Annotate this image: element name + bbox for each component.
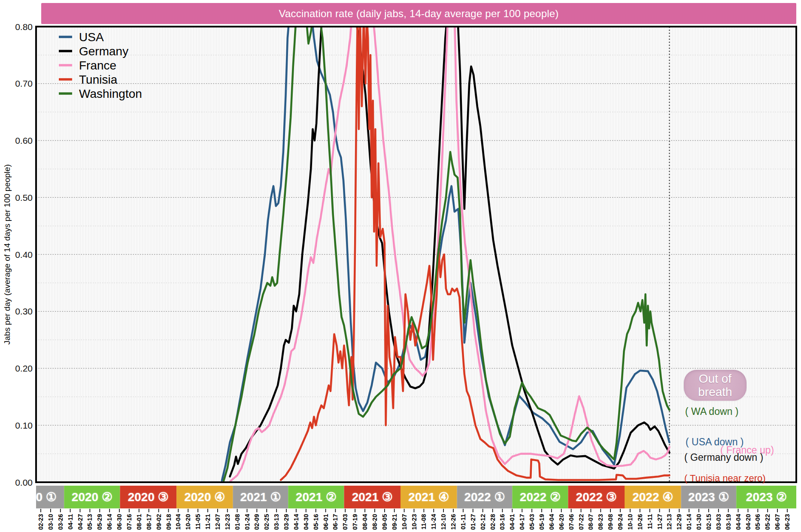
svg-text:03-19: 03-19	[725, 514, 732, 530]
svg-text:07-03: 07-03	[342, 514, 349, 530]
svg-text:02-23: 02-23	[37, 514, 44, 530]
svg-text:04-01: 04-01	[509, 514, 516, 530]
svg-text:08-20: 08-20	[371, 514, 378, 530]
quarter-bands: 2020 ①2020 ②2020 ③2020 ④2021 ①2021 ②2021…	[16, 486, 796, 508]
svg-text:10-20: 10-20	[185, 514, 191, 530]
svg-text:01-08: 01-08	[234, 514, 241, 530]
svg-text:01-11: 01-11	[460, 514, 467, 529]
x-axis-labels: 02-2303-1003-2604-1104-2705-1305-2906-14…	[37, 509, 791, 530]
svg-text:09-21: 09-21	[391, 514, 398, 530]
svg-text:03-16: 03-16	[499, 514, 506, 530]
svg-text:2022 ①: 2022 ①	[464, 490, 505, 504]
svg-text:11-24: 11-24	[430, 514, 437, 529]
svg-text:05-03: 05-03	[528, 514, 535, 530]
svg-text:11-08: 11-08	[420, 514, 427, 529]
svg-text:09-08: 09-08	[607, 514, 614, 530]
svg-text:01-27: 01-27	[470, 514, 476, 530]
annotation-wa-down: ( WA down )	[685, 406, 738, 417]
svg-text:2020 ②: 2020 ②	[72, 490, 112, 504]
svg-text:10-26: 10-26	[637, 514, 643, 530]
svg-text:11-27: 11-27	[656, 514, 663, 529]
svg-text:2022 ②: 2022 ②	[520, 490, 561, 504]
svg-text:01-14: 01-14	[686, 514, 692, 530]
svg-text:04-17: 04-17	[519, 514, 525, 530]
svg-text:02-15: 02-15	[705, 514, 712, 530]
svg-text:12-10: 12-10	[440, 514, 447, 530]
legend-label-germany: Germany	[79, 45, 128, 58]
svg-text:2023 ①: 2023 ①	[688, 490, 729, 504]
svg-text:0.40: 0.40	[15, 250, 33, 260]
svg-text:0.50: 0.50	[15, 193, 33, 203]
legend-label-usa: USA	[79, 30, 104, 44]
svg-text:07-22: 07-22	[578, 514, 585, 530]
svg-text:03-13: 03-13	[273, 514, 280, 530]
svg-text:04-11: 04-11	[67, 514, 74, 529]
svg-text:2023 ②: 2023 ②	[746, 490, 787, 504]
svg-text:12-07: 12-07	[214, 514, 221, 530]
svg-text:02-28: 02-28	[489, 514, 496, 530]
svg-text:11-05: 11-05	[194, 514, 201, 529]
y-axis-title: Jabs per day (average of 14 days per 100…	[3, 164, 12, 345]
annotation-tunisia-near-zero: ( Tunisia near zero)	[684, 473, 766, 484]
svg-text:05-13: 05-13	[86, 514, 93, 530]
svg-text:03-03: 03-03	[715, 514, 722, 530]
chart-page: Vaccination rate (daily jabs, 14-day ave…	[0, 0, 801, 532]
svg-text:2021 ①: 2021 ①	[240, 490, 281, 504]
svg-text:02-12: 02-12	[479, 514, 486, 530]
svg-text:0.70: 0.70	[15, 79, 33, 88]
svg-text:0.10: 0.10	[15, 420, 33, 430]
svg-text:06-01: 06-01	[322, 514, 329, 530]
svg-text:0.60: 0.60	[15, 136, 33, 145]
svg-text:04-20: 04-20	[745, 514, 752, 530]
svg-text:10-23: 10-23	[411, 514, 418, 530]
svg-text:09-05: 09-05	[381, 514, 388, 530]
svg-text:08-23: 08-23	[597, 514, 604, 530]
callout-line1: Out of	[699, 372, 731, 385]
svg-text:0.30: 0.30	[15, 306, 33, 316]
svg-text:2021 ②: 2021 ②	[296, 490, 337, 504]
svg-text:05-16: 05-16	[313, 514, 319, 530]
svg-text:10-10: 10-10	[627, 514, 634, 530]
svg-text:06-17: 06-17	[332, 514, 339, 530]
svg-text:12-13: 12-13	[666, 514, 673, 530]
svg-text:03-26: 03-26	[57, 514, 64, 530]
svg-text:04-30: 04-30	[303, 514, 309, 530]
svg-text:09-24: 09-24	[617, 514, 624, 530]
svg-text:2022 ④: 2022 ④	[632, 490, 673, 504]
annotation-germany-down: ( Germany down )	[684, 452, 763, 463]
svg-text:2020 ④: 2020 ④	[184, 490, 225, 504]
legend-label-washington: Washington	[79, 87, 142, 100]
svg-text:12-29: 12-29	[676, 514, 683, 530]
svg-text:07-06: 07-06	[568, 514, 575, 530]
svg-text:04-27: 04-27	[77, 514, 84, 530]
svg-text:05-29: 05-29	[96, 514, 103, 530]
svg-text:2022 ③: 2022 ③	[576, 490, 617, 504]
svg-text:05-22: 05-22	[764, 514, 771, 530]
svg-text:08-17: 08-17	[146, 514, 152, 530]
svg-text:06-14: 06-14	[106, 514, 113, 530]
svg-text:04-14: 04-14	[293, 514, 300, 530]
legend-label-tunisia: Tunisia	[79, 73, 118, 86]
svg-text:09-18: 09-18	[165, 514, 172, 530]
svg-text:07-19: 07-19	[352, 514, 358, 530]
y-axis-labels: 0.000.100.200.300.400.500.600.700.80	[15, 22, 33, 487]
svg-text:02-25: 02-25	[263, 514, 270, 530]
svg-text:08-04: 08-04	[361, 514, 368, 530]
svg-text:01-24: 01-24	[244, 514, 251, 530]
svg-text:08-07: 08-07	[587, 514, 594, 530]
out-of-breath-callout: Out of breath	[684, 370, 746, 401]
svg-text:10-04: 10-04	[175, 514, 182, 530]
svg-text:0.00: 0.00	[15, 478, 33, 487]
legend-label-france: France	[79, 59, 116, 72]
svg-text:2020 ③: 2020 ③	[128, 490, 169, 504]
svg-text:08-01: 08-01	[136, 514, 143, 530]
svg-text:01-30: 01-30	[695, 514, 702, 530]
svg-text:12-23: 12-23	[224, 514, 231, 530]
svg-text:06-20: 06-20	[558, 514, 565, 530]
callout-line2: breath	[698, 385, 732, 399]
svg-text:06-23: 06-23	[784, 514, 791, 530]
svg-text:10-07: 10-07	[401, 514, 408, 530]
svg-text:02-09: 02-09	[253, 514, 260, 530]
svg-text:03-29: 03-29	[283, 514, 290, 530]
svg-text:11-21: 11-21	[204, 514, 211, 529]
